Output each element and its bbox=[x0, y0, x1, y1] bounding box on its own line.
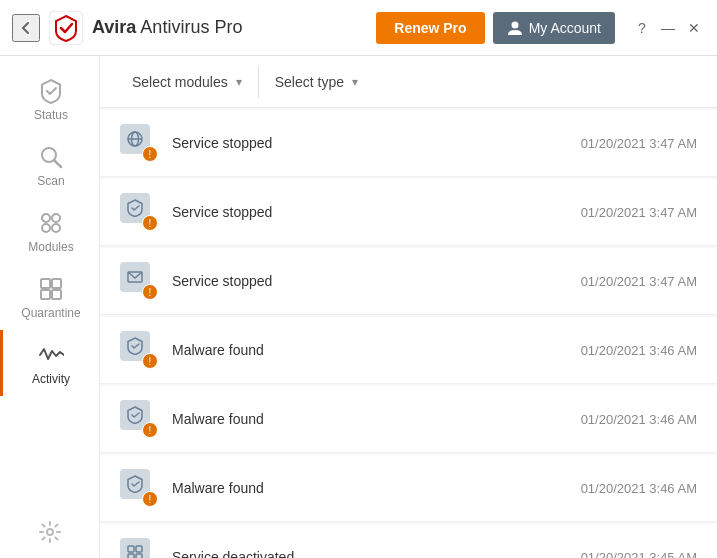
list-item[interactable]: ! Service stopped 01/20/2021 3:47 AM bbox=[100, 248, 717, 315]
user-icon bbox=[507, 20, 523, 36]
minimize-button[interactable]: — bbox=[657, 17, 679, 39]
main-layout: Status Scan Modules bbox=[0, 56, 717, 558]
sidebar-item-quarantine[interactable]: Quarantine bbox=[0, 264, 99, 330]
activity-item-text: Malware found bbox=[172, 480, 567, 496]
activity-item-time: 01/20/2021 3:46 AM bbox=[581, 481, 697, 496]
sidebar-scan-label: Scan bbox=[37, 174, 64, 188]
content-area: Select modules ▾ Select type ▾ ! Service… bbox=[100, 56, 717, 558]
settings-icon[interactable] bbox=[39, 521, 61, 548]
list-item[interactable]: ! Service deactivated 01/20/2021 3:45 AM bbox=[100, 524, 717, 558]
app-title: Avira Antivirus Pro bbox=[92, 17, 242, 38]
list-item[interactable]: ! Malware found 01/20/2021 3:46 AM bbox=[100, 455, 717, 522]
activity-item-text: Service stopped bbox=[172, 135, 567, 151]
svg-point-6 bbox=[42, 224, 50, 232]
activity-item-text: Service stopped bbox=[172, 273, 567, 289]
modules-icon bbox=[38, 210, 64, 236]
list-item[interactable]: ! Service stopped 01/20/2021 3:47 AM bbox=[100, 110, 717, 177]
activity-icon bbox=[38, 342, 64, 368]
activity-badge: ! bbox=[142, 284, 158, 300]
activity-icon-wrap: ! bbox=[120, 262, 158, 300]
scan-icon bbox=[38, 144, 64, 170]
activity-badge: ! bbox=[142, 215, 158, 231]
account-button[interactable]: My Account bbox=[493, 12, 615, 44]
svg-rect-17 bbox=[128, 546, 134, 552]
list-item[interactable]: ! Service stopped 01/20/2021 3:47 AM bbox=[100, 179, 717, 246]
list-item[interactable]: ! Malware found 01/20/2021 3:46 AM bbox=[100, 317, 717, 384]
activity-item-time: 01/20/2021 3:45 AM bbox=[581, 550, 697, 559]
list-item[interactable]: ! Malware found 01/20/2021 3:46 AM bbox=[100, 386, 717, 453]
activity-badge: ! bbox=[142, 146, 158, 162]
sidebar-status-label: Status bbox=[34, 108, 68, 122]
app-logo bbox=[48, 10, 84, 46]
window-controls: ? — ✕ bbox=[631, 17, 705, 39]
help-button[interactable]: ? bbox=[631, 17, 653, 39]
sidebar-item-modules[interactable]: Modules bbox=[0, 198, 99, 264]
svg-rect-9 bbox=[52, 279, 61, 288]
svg-point-1 bbox=[511, 21, 518, 28]
sidebar-bottom bbox=[0, 511, 99, 558]
activity-item-text: Malware found bbox=[172, 342, 567, 358]
activity-item-time: 01/20/2021 3:47 AM bbox=[581, 205, 697, 220]
sidebar-modules-label: Modules bbox=[28, 240, 73, 254]
svg-point-7 bbox=[52, 224, 60, 232]
status-icon bbox=[38, 78, 64, 104]
title-bar-right: Renew Pro My Account ? — ✕ bbox=[376, 12, 705, 44]
svg-line-3 bbox=[54, 160, 61, 167]
activity-badge: ! bbox=[142, 422, 158, 438]
svg-rect-11 bbox=[52, 290, 61, 299]
activity-icon-wrap: ! bbox=[120, 193, 158, 231]
modules-dropdown-arrow: ▾ bbox=[236, 75, 242, 89]
activity-icon-wrap: ! bbox=[120, 400, 158, 438]
activity-icon-wrap: ! bbox=[120, 331, 158, 369]
sidebar-item-activity[interactable]: Activity bbox=[0, 330, 99, 396]
sidebar: Status Scan Modules bbox=[0, 56, 100, 558]
close-button[interactable]: ✕ bbox=[683, 17, 705, 39]
activity-badge: ! bbox=[142, 353, 158, 369]
svg-point-5 bbox=[52, 214, 60, 222]
title-bar-left: Avira Antivirus Pro bbox=[12, 10, 376, 46]
svg-rect-10 bbox=[41, 290, 50, 299]
modules-filter[interactable]: Select modules ▾ bbox=[116, 66, 259, 98]
activity-item-time: 01/20/2021 3:46 AM bbox=[581, 412, 697, 427]
type-dropdown-arrow: ▾ bbox=[352, 75, 358, 89]
filter-bar: Select modules ▾ Select type ▾ bbox=[100, 56, 717, 108]
renew-button[interactable]: Renew Pro bbox=[376, 12, 484, 44]
activity-main-icon bbox=[120, 538, 150, 558]
activity-item-time: 01/20/2021 3:47 AM bbox=[581, 274, 697, 289]
sidebar-quarantine-label: Quarantine bbox=[21, 306, 80, 320]
activity-icon-wrap: ! bbox=[120, 469, 158, 507]
svg-point-12 bbox=[47, 529, 53, 535]
quarantine-icon bbox=[38, 276, 64, 302]
sidebar-activity-label: Activity bbox=[32, 372, 70, 386]
activity-item-text: Service deactivated bbox=[172, 549, 567, 558]
svg-rect-8 bbox=[41, 279, 50, 288]
svg-point-4 bbox=[42, 214, 50, 222]
activity-list: ! Service stopped 01/20/2021 3:47 AM ! S… bbox=[100, 108, 717, 558]
activity-item-time: 01/20/2021 3:46 AM bbox=[581, 343, 697, 358]
svg-rect-19 bbox=[128, 554, 134, 558]
title-bar: Avira Antivirus Pro Renew Pro My Account… bbox=[0, 0, 717, 56]
back-button[interactable] bbox=[12, 14, 40, 42]
activity-item-time: 01/20/2021 3:47 AM bbox=[581, 136, 697, 151]
activity-badge: ! bbox=[142, 491, 158, 507]
svg-rect-20 bbox=[136, 554, 142, 558]
sidebar-item-scan[interactable]: Scan bbox=[0, 132, 99, 198]
activity-item-text: Malware found bbox=[172, 411, 567, 427]
activity-item-text: Service stopped bbox=[172, 204, 567, 220]
type-filter[interactable]: Select type ▾ bbox=[259, 66, 374, 98]
activity-icon-wrap: ! bbox=[120, 124, 158, 162]
sidebar-item-status[interactable]: Status bbox=[0, 66, 99, 132]
activity-icon-wrap: ! bbox=[120, 538, 158, 558]
svg-rect-18 bbox=[136, 546, 142, 552]
